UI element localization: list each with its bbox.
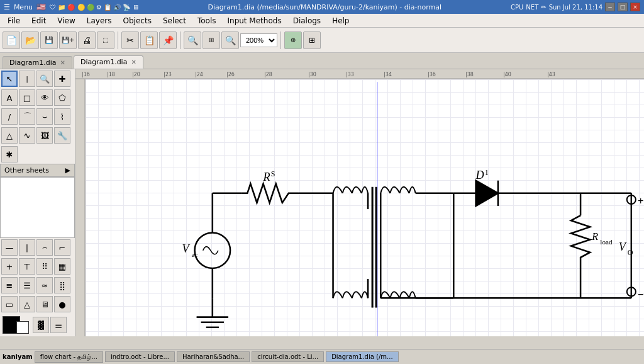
user-label: kaniyam — [3, 353, 33, 360]
menu-item-help[interactable]: Help — [327, 15, 354, 26]
menu-item-layers[interactable]: Layers — [82, 15, 117, 26]
svg-text:|16: |16 — [82, 72, 90, 77]
tool-row-3: / ⌒ ⌣ ⌇ — [0, 107, 75, 126]
bg-color[interactable] — [16, 321, 29, 334]
select-tool[interactable]: ↖ — [1, 71, 18, 87]
svg-text:R: R — [263, 171, 270, 183]
eye-tool[interactable]: 👁 — [36, 89, 53, 106]
img-tool[interactable]: 🖼 — [36, 127, 53, 144]
zoom-out-button[interactable]: 🔍 — [184, 31, 201, 49]
canvas[interactable]: V ac R S — [86, 79, 644, 336]
svg-text:R: R — [591, 231, 598, 242]
arc-shape[interactable]: ⌢ — [36, 239, 53, 256]
tabbar: Diagram1.dia ✕ Diagram1.dia ✕ — [0, 53, 644, 69]
special-tool[interactable]: ✱ — [1, 146, 18, 162]
text-tool[interactable]: A — [1, 89, 18, 106]
saveas-button[interactable]: 💾+ — [59, 31, 77, 49]
menu-item-file[interactable]: File — [3, 15, 25, 26]
canvas-area[interactable]: |16 |18 |20 |23 |24 |26 |28 |30 |33 |34 … — [75, 69, 644, 336]
snap-button[interactable]: ⊕ — [284, 31, 302, 49]
tab-0-close[interactable]: ✕ — [60, 59, 65, 66]
tab-1-label: Diagram1.dia — [80, 58, 128, 66]
copy-button[interactable]: 📋 — [140, 31, 158, 49]
grid-button[interactable]: ⊞ — [303, 31, 321, 49]
tool-row-4: △ ∿ 🖼 🔧 — [0, 126, 75, 145]
arc-tool[interactable]: ⌣ — [36, 108, 53, 125]
menu-item-dialogs[interactable]: Dialogs — [288, 15, 326, 26]
task-0[interactable]: flow chart - தமிழ்... — [35, 351, 103, 363]
menu-item-objects[interactable]: Objects — [118, 15, 157, 26]
move-tool[interactable]: ✚ — [54, 71, 70, 87]
print-button[interactable]: 🖨 — [78, 31, 96, 49]
tab-1-close[interactable]: ✕ — [131, 59, 136, 65]
thick-lines[interactable]: ☰ — [19, 277, 35, 293]
zoom-in-button[interactable]: 🔍 — [221, 31, 239, 49]
task-3[interactable]: circuit-dia.odt - Li... — [252, 351, 324, 362]
lines-tool[interactable]: ⚌ — [50, 317, 67, 333]
monitor-shape[interactable]: 🖥 — [36, 296, 53, 312]
titlebar-title: Diagram1.dia (/media/sun/MANDRIVA/guru-2… — [139, 3, 511, 11]
zoom-selector[interactable]: 200% 100% 50% — [240, 33, 277, 47]
maximize-button[interactable]: □ — [618, 3, 628, 11]
menu-item-view[interactable]: View — [52, 15, 80, 26]
corner-shape[interactable]: ⌐ — [54, 239, 70, 256]
menu-item-tools[interactable]: Tools — [192, 15, 221, 26]
shape-row-4: ▭ △ 🖥 ● — [0, 295, 75, 314]
dots-shape[interactable]: ⠿ — [36, 258, 53, 275]
tab-0[interactable]: Diagram1.dia ✕ — [3, 56, 72, 69]
new-button[interactable]: 📄 — [3, 31, 20, 49]
triangle-shape[interactable]: △ — [19, 296, 35, 312]
svg-text:|30: |30 — [308, 72, 316, 77]
curve-tool[interactable]: ⌒ — [19, 108, 35, 125]
hatch-shape[interactable]: ▦ — [54, 258, 70, 275]
toolbar: 📄 📂 💾 💾+ 🖨 ⬚ ✂ 📋 📌 🔍 ⊞ 🔍 200% 100% 50% ⊕… — [0, 28, 644, 53]
zoom-fit-button[interactable]: ⊞ — [203, 31, 220, 49]
save-button[interactable]: 💾 — [40, 31, 58, 49]
poly-tool[interactable]: △ — [1, 127, 18, 144]
rect-shape[interactable]: ▭ — [1, 296, 18, 312]
wrench-tool[interactable]: 🔧 — [54, 127, 70, 144]
bezier-tool[interactable]: ∿ — [19, 127, 35, 144]
svg-text:|26: |26 — [226, 72, 235, 77]
line-tool[interactable]: / — [1, 108, 18, 125]
svg-marker-42 — [476, 181, 498, 206]
svg-text:D: D — [475, 169, 484, 181]
menubar: FileEditViewLayersObjectsSelectToolsInpu… — [0, 14, 644, 28]
svg-text:ac: ac — [192, 251, 198, 258]
cpu-label: CPU — [511, 4, 523, 11]
cross-shape[interactable]: + — [1, 258, 18, 275]
export-button[interactable]: ⬚ — [97, 31, 114, 49]
circle-shape[interactable]: ● — [54, 296, 70, 312]
sep3 — [280, 31, 281, 49]
cut-button[interactable]: ✂ — [121, 31, 139, 49]
lasso-tool[interactable]: ⬠ — [54, 89, 70, 106]
tcross-shape[interactable]: ⊤ — [19, 258, 35, 275]
tab-1[interactable]: Diagram1.dia ✕ — [74, 55, 143, 69]
zoom-tool[interactable]: 🔍 — [36, 71, 53, 87]
zigzag-tool[interactable]: ⌇ — [54, 108, 70, 125]
noise-shape[interactable]: ⣿ — [54, 277, 70, 293]
open-button[interactable]: 📂 — [21, 31, 39, 49]
svg-text:|24: |24 — [195, 72, 203, 77]
menu-item-edit[interactable]: Edit — [26, 15, 51, 26]
menu-label[interactable]: Menu — [14, 3, 33, 11]
wave-shape[interactable]: ≈ — [36, 277, 53, 293]
menu-icon[interactable]: ☰ — [4, 3, 10, 11]
task-2[interactable]: Hariharan&Sadha... — [177, 351, 250, 362]
svg-point-23 — [195, 232, 231, 268]
svg-text:|20: |20 — [132, 72, 140, 77]
lines-shape[interactable]: ≡ — [1, 277, 18, 293]
line-shape[interactable]: — — [1, 239, 18, 256]
pattern-tool[interactable]: ▓ — [33, 317, 49, 333]
paste-button[interactable]: 📌 — [159, 31, 177, 49]
vline-shape[interactable]: | — [19, 239, 35, 256]
other-sheets-header[interactable]: Other sheets ▶ — [0, 164, 75, 177]
task-4[interactable]: Diagram1.dia (/m... — [326, 351, 398, 362]
close-button[interactable]: × — [630, 3, 640, 11]
minimize-button[interactable]: − — [605, 3, 615, 11]
box-tool[interactable]: □ — [19, 89, 35, 106]
text-cursor-tool[interactable]: | — [19, 71, 35, 87]
task-1[interactable]: indtro.odt - Libre... — [105, 351, 175, 362]
menu-item-input methods[interactable]: Input Methods — [222, 15, 286, 26]
menu-item-select[interactable]: Select — [158, 15, 191, 26]
